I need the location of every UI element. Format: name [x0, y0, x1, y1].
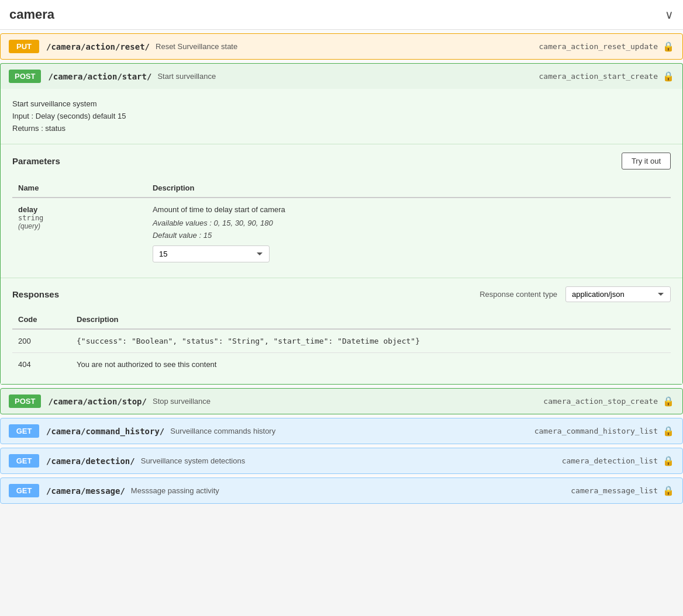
param-query: (query)	[18, 222, 141, 230]
param-default-value: Default value : 15	[153, 231, 665, 240]
response-desc-404: You are not authorized to see this conte…	[71, 353, 671, 376]
method-badge-get: GET	[9, 454, 39, 468]
lock-icon: 🔒	[663, 485, 674, 496]
endpoint-put-reset[interactable]: PUT /camera/action/reset/ Reset Surveill…	[0, 33, 683, 60]
responses-table: Code Description 200 {"success": "Boolea…	[12, 310, 671, 376]
responses-header: Responses Response content type applicat…	[12, 286, 671, 302]
lock-icon: 🔒	[663, 41, 674, 52]
response-col-code: Code	[12, 310, 71, 329]
endpoint-path: /camera/action/stop/	[48, 397, 147, 406]
param-row-delay: delay string (query) Amount of time to d…	[12, 198, 671, 269]
page-wrapper: camera ∨ PUT /camera/action/reset/ Reset…	[0, 0, 683, 504]
lock-icon: 🔒	[663, 396, 674, 407]
desc-line2: Input : Delay (seconds) default 15	[12, 110, 671, 123]
response-content-type-label: Response content type	[480, 290, 557, 299]
chevron-down-icon[interactable]: ∨	[665, 8, 674, 22]
param-col-description: Description	[147, 179, 671, 198]
responses-title: Responses	[12, 289, 59, 299]
parameters-section: Parameters Try it out Name Description d	[1, 144, 682, 278]
endpoint-description-box: Start surveillance system Input : Delay …	[1, 89, 682, 144]
endpoint-path: /camera/action/reset/	[46, 42, 150, 51]
param-name: delay	[18, 205, 141, 214]
api-header: camera ∨	[0, 0, 683, 30]
response-row-404: 404 You are not authorized to see this c…	[12, 353, 671, 376]
param-name-cell: delay string (query)	[12, 198, 147, 269]
endpoint-post-start-expanded: POST /camera/action/start/ Start surveil…	[0, 63, 683, 385]
endpoint-description: Surveillance commands history	[170, 427, 275, 435]
endpoint-get-detection[interactable]: GET /camera/detection/ Surveillance syst…	[0, 448, 683, 474]
param-desc-cell: Amount of time to delay start of camera …	[147, 198, 671, 269]
endpoint-description: Surveillance system detections	[141, 456, 245, 465]
endpoint-description: Reset Surveillance state	[156, 42, 237, 51]
try-it-out-button[interactable]: Try it out	[622, 153, 671, 169]
desc-line3: Returns : status	[12, 123, 671, 135]
endpoint-path: /camera/action/start/	[48, 72, 151, 81]
endpoint-id: camera_detection_list	[562, 456, 658, 465]
response-row-200: 200 {"success": "Boolean", "status": "St…	[12, 329, 671, 353]
parameters-table: Name Description delay string (query)	[12, 179, 671, 269]
endpoint-path: /camera/message/	[46, 486, 125, 496]
response-code-200: 200	[12, 329, 71, 353]
endpoint-id: camera_action_reset_update	[539, 42, 658, 51]
method-badge-post: POST	[9, 394, 41, 408]
method-badge-post: POST	[9, 70, 41, 83]
response-code-404: 404	[12, 353, 71, 376]
post-expanded-panel: Start surveillance system Input : Delay …	[0, 89, 683, 385]
page-title: camera	[9, 7, 54, 22]
endpoint-id: camera_message_list	[571, 486, 658, 495]
response-content-type-container: Response content type application/json	[480, 286, 671, 302]
endpoint-id: camera_action_start_create	[539, 72, 658, 81]
endpoint-description: Stop surveillance	[153, 397, 211, 406]
lock-icon: 🔒	[663, 425, 674, 437]
endpoint-description: Messsage passing activity	[131, 486, 219, 495]
lock-icon: 🔒	[663, 455, 674, 466]
endpoint-description: Start surveillance	[157, 72, 216, 81]
parameters-title: Parameters	[12, 156, 60, 166]
endpoint-path: /camera/command_history/	[46, 427, 164, 436]
response-desc-200: {"success": "Boolean", "status": "String…	[71, 329, 671, 353]
method-badge-put: PUT	[9, 40, 39, 53]
responses-section: Responses Response content type applicat…	[1, 278, 682, 384]
parameters-header: Parameters Try it out	[12, 153, 671, 169]
endpoint-get-command-history[interactable]: GET /camera/command_history/ Surveillanc…	[0, 418, 683, 444]
endpoint-post-start-header[interactable]: POST /camera/action/start/ Start surveil…	[0, 63, 683, 89]
response-col-description: Description	[71, 310, 671, 329]
method-badge-get: GET	[9, 484, 39, 497]
param-available-values: Available values : 0, 15, 30, 90, 180	[153, 219, 665, 227]
response-content-type-select[interactable]: application/json	[565, 286, 671, 302]
desc-line1: Start surveillance system	[12, 98, 671, 110]
param-col-name: Name	[12, 179, 147, 198]
endpoint-id: camera_action_stop_create	[543, 397, 658, 406]
param-desc-main: Amount of time to delay start of camera	[153, 205, 665, 214]
endpoint-get-message[interactable]: GET /camera/message/ Messsage passing ac…	[0, 477, 683, 504]
endpoint-path: /camera/detection/	[46, 456, 135, 466]
param-type: string	[18, 214, 141, 222]
method-badge-get: GET	[9, 424, 39, 438]
lock-icon: 🔒	[663, 71, 674, 82]
delay-select[interactable]: 0 15 30 90 180	[153, 245, 270, 262]
endpoint-id: camera_command_history_list	[534, 427, 658, 435]
endpoint-post-stop[interactable]: POST /camera/action/stop/ Stop surveilla…	[0, 388, 683, 414]
